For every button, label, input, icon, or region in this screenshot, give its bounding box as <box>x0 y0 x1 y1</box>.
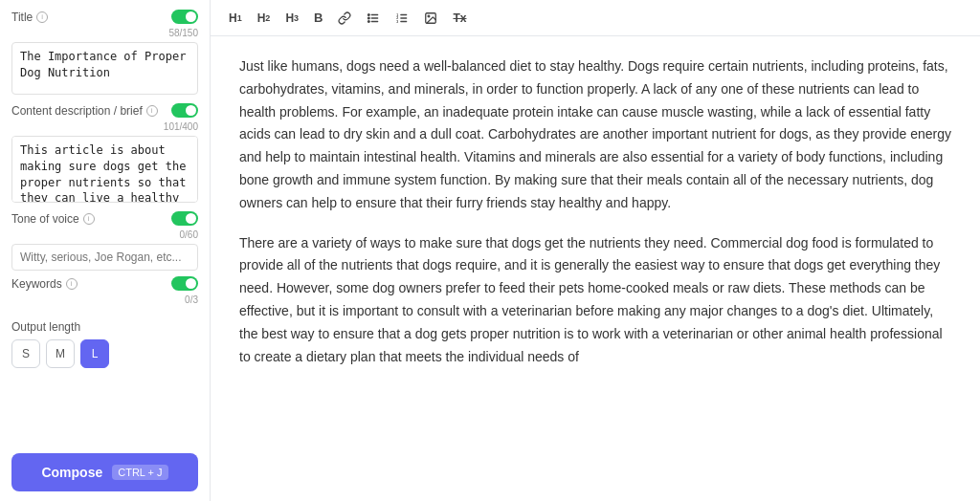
compose-shortcut: CTRL + J <box>112 465 167 480</box>
output-length-label: Output length <box>11 320 198 334</box>
svg-point-4 <box>368 17 370 19</box>
left-panel: Title i 58/150 The Importance of Proper … <box>0 0 211 501</box>
svg-text:3: 3 <box>397 19 399 23</box>
editor-toolbar: H1 H2 H3 B 1 2 3 <box>211 0 980 36</box>
title-toggle[interactable] <box>171 10 198 24</box>
bold-button[interactable]: B <box>309 8 327 28</box>
tone-input[interactable] <box>11 244 198 271</box>
h3-button[interactable]: H3 <box>280 9 303 28</box>
tone-section: Tone of voice i 0/60 <box>11 211 198 271</box>
tone-header: Tone of voice i <box>11 211 198 226</box>
tone-toggle[interactable] <box>171 211 198 226</box>
paragraph-2: There are a variety of ways to make sure… <box>239 232 951 369</box>
desc-toggle[interactable] <box>171 103 198 118</box>
desc-header: Content description / brief i <box>11 103 198 118</box>
desc-input[interactable]: This article is about making sure dogs g… <box>11 136 198 203</box>
paragraph-1: Just like humans, dogs need a well-balan… <box>239 55 951 215</box>
keywords-toggle[interactable] <box>171 276 198 291</box>
image-button[interactable] <box>419 9 442 28</box>
size-s-button[interactable]: S <box>11 339 40 368</box>
tone-label: Tone of voice i <box>11 212 95 226</box>
compose-button[interactable]: Compose CTRL + J <box>11 453 198 491</box>
keywords-section: Keywords i 0/3 <box>11 276 198 309</box>
compose-label: Compose <box>41 465 102 480</box>
desc-section: Content description / brief i 101/400 Th… <box>11 103 198 206</box>
keywords-counter: 0/3 <box>11 294 198 305</box>
title-counter: 58/150 <box>11 28 198 38</box>
desc-counter: 101/400 <box>11 121 198 132</box>
title-section: Title i 58/150 The Importance of Proper … <box>11 10 198 98</box>
right-panel: H1 H2 H3 B 1 2 3 <box>211 0 980 501</box>
keywords-header: Keywords i <box>11 276 198 291</box>
svg-point-13 <box>429 15 431 17</box>
title-header: Title i <box>11 10 198 24</box>
desc-label: Content description / brief i <box>11 104 158 118</box>
svg-point-5 <box>368 20 370 22</box>
size-l-button[interactable]: L <box>80 339 109 368</box>
link-button[interactable] <box>333 9 356 28</box>
h1-button[interactable]: H1 <box>224 9 247 28</box>
clear-format-button[interactable]: Tx <box>448 9 471 28</box>
size-buttons: S M L <box>11 339 198 368</box>
svg-point-3 <box>368 13 370 15</box>
title-info-icon: i <box>36 11 48 23</box>
unordered-list-button[interactable] <box>362 9 385 28</box>
h2-button[interactable]: H2 <box>253 9 276 28</box>
desc-info-icon: i <box>146 105 158 117</box>
output-length-section: Output length S M L <box>11 320 198 368</box>
tone-info-icon: i <box>83 213 95 225</box>
tone-counter: 0/60 <box>11 229 198 240</box>
keywords-info-icon: i <box>66 278 78 290</box>
ordered-list-button[interactable]: 1 2 3 <box>390 9 413 28</box>
title-input[interactable]: The Importance of Proper Dog Nutrition <box>11 42 198 95</box>
size-m-button[interactable]: M <box>46 339 75 368</box>
editor-content[interactable]: Just like humans, dogs need a well-balan… <box>211 36 980 501</box>
title-label: Title i <box>11 11 48 24</box>
keywords-label: Keywords i <box>11 277 78 291</box>
